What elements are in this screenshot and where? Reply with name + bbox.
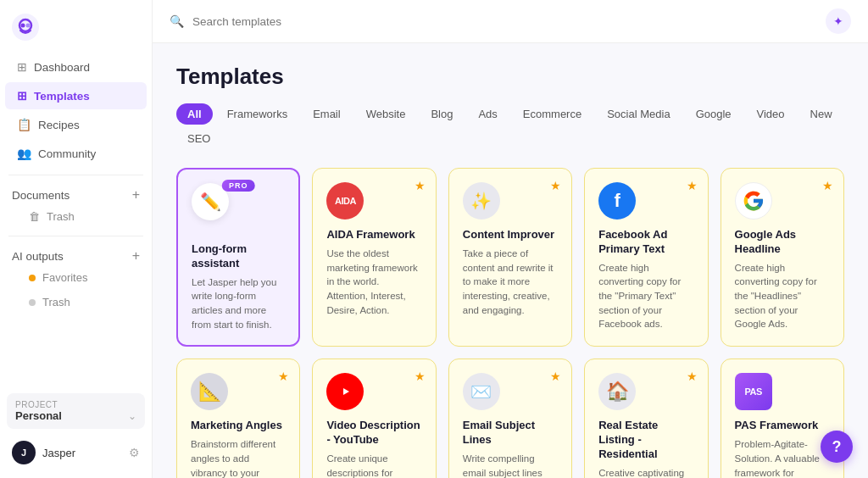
template-name: Marketing Angles xyxy=(191,419,286,433)
template-card-youtube[interactable]: ★ Video Description - YouTube Create uni… xyxy=(312,358,436,478)
template-name: Content Improver xyxy=(463,228,558,242)
template-card-facebook[interactable]: ★ f Facebook Ad Primary Text Create high… xyxy=(584,168,708,347)
community-icon: 👥 xyxy=(17,147,31,160)
template-card-content-improver[interactable]: ★ ✨ Content Improver Take a piece of con… xyxy=(448,168,572,347)
template-name: AIDA Framework xyxy=(326,228,421,242)
tab-frameworks[interactable]: Frameworks xyxy=(216,103,299,125)
template-icon xyxy=(735,182,772,220)
documents-section-header: Documents + xyxy=(0,182,152,204)
template-name: Real Estate Listing - Residential xyxy=(598,419,693,462)
template-desc: Let Jasper help you write long-form arti… xyxy=(192,275,285,332)
project-name: Personal xyxy=(15,409,62,422)
tab-all[interactable]: All xyxy=(176,103,213,125)
favorites-trash-dot xyxy=(29,299,36,306)
tab-video[interactable]: Video xyxy=(746,103,796,125)
star-icon: ★ xyxy=(550,179,561,192)
help-button[interactable]: ? xyxy=(821,431,853,463)
star-icon: ★ xyxy=(278,370,289,383)
sidebar-item-community[interactable]: 👥 Community xyxy=(5,140,147,167)
template-desc: Use the oldest marketing framework in th… xyxy=(326,247,421,317)
sidebar-item-trash[interactable]: 🗑 Trash xyxy=(5,205,147,228)
template-name: PAS Framework xyxy=(735,419,830,433)
star-icon: ★ xyxy=(687,370,698,383)
user-name: Jasper xyxy=(42,447,129,459)
sidebar: ⊞ Dashboard ⊞ Templates 📋 Recipes 👥 Comm… xyxy=(0,0,153,478)
template-name: Email Subject Lines xyxy=(463,419,558,447)
template-icon: 📐 xyxy=(191,373,228,410)
star-icon: ★ xyxy=(822,179,833,192)
template-desc: Creative captivating real estate listing… xyxy=(598,466,693,478)
trash-icon: 🗑 xyxy=(29,210,40,223)
star-icon: ★ xyxy=(415,179,426,192)
project-section-label: PROJECT xyxy=(15,400,136,409)
ai-outputs-add-button[interactable]: + xyxy=(132,248,140,264)
ai-outputs-label: AI outputs xyxy=(12,250,64,263)
template-icon: AIDA xyxy=(326,182,364,220)
template-card-email[interactable]: ★ ✉️ Email Subject Lines Write compellin… xyxy=(448,358,572,478)
template-card-marketing[interactable]: ★ 📐 Marketing Angles Brainstorm differen… xyxy=(176,358,300,478)
topbar: 🔍 ✦ xyxy=(153,0,868,43)
template-icon: ✨ xyxy=(463,182,500,220)
dashboard-icon: ⊞ xyxy=(17,60,27,74)
template-desc: Write compelling email subject lines tha… xyxy=(463,452,558,478)
page-title: Templates xyxy=(176,64,844,90)
template-icon: ✉️ xyxy=(463,373,500,410)
template-grid-row1: ✏️ PRO Long-form assistant Let Jasper he… xyxy=(176,168,844,347)
logo-area xyxy=(0,8,152,53)
tab-website[interactable]: Website xyxy=(355,103,417,125)
templates-icon: ⊞ xyxy=(17,89,27,103)
template-card-realestate[interactable]: ★ 🏠 Real Estate Listing - Residential Cr… xyxy=(584,358,708,478)
sidebar-item-favorites-trash[interactable]: Trash xyxy=(5,291,147,314)
search-icon: 🔍 xyxy=(170,14,184,28)
template-name: Google Ads Headline xyxy=(735,228,830,257)
documents-add-button[interactable]: + xyxy=(132,187,140,203)
sparkle-button[interactable]: ✦ xyxy=(826,8,851,34)
template-desc: Brainstorm different angles to add vibra… xyxy=(191,437,286,478)
template-icon: f xyxy=(598,182,636,220)
tab-ecommerce[interactable]: Ecommerce xyxy=(512,103,593,125)
star-icon: ★ xyxy=(550,370,561,383)
sidebar-item-recipes[interactable]: 📋 Recipes xyxy=(5,111,147,138)
svg-point-3 xyxy=(26,24,31,28)
tab-ads[interactable]: Ads xyxy=(467,103,508,125)
sidebar-item-dashboard[interactable]: ⊞ Dashboard xyxy=(5,53,147,81)
template-card-pas[interactable]: PAS PAS Framework Problem-Agitate-Soluti… xyxy=(721,358,844,478)
settings-icon[interactable]: ⚙ xyxy=(129,446,140,459)
template-card-google-ads[interactable]: ★ Google Ads Headline Create high conver… xyxy=(721,168,844,347)
template-name: Long-form assistant xyxy=(192,242,285,271)
favorites-dot xyxy=(29,275,36,281)
template-card-long-form[interactable]: ✏️ PRO Long-form assistant Let Jasper he… xyxy=(176,168,300,347)
template-card-aida[interactable]: ★ AIDA AIDA Framework Use the oldest mar… xyxy=(312,168,436,347)
template-desc: Problem-Agitate-Solution. A valuable fra… xyxy=(735,437,830,478)
tab-social-media[interactable]: Social Media xyxy=(596,103,681,125)
template-desc: Create high converting copy for the "Hea… xyxy=(735,261,830,331)
template-icon xyxy=(326,373,364,410)
svg-point-2 xyxy=(21,24,25,28)
recipes-icon: 📋 xyxy=(17,118,31,131)
pro-badge: PRO xyxy=(222,180,255,192)
template-name: Video Description - YouTube xyxy=(326,419,421,447)
content-area: Templates All Frameworks Email Website B… xyxy=(153,43,868,478)
avatar: J xyxy=(12,441,36,464)
template-desc: Create high converting copy for the "Pri… xyxy=(598,261,693,331)
documents-label: Documents xyxy=(12,189,70,202)
search-input[interactable] xyxy=(192,15,817,28)
svg-point-0 xyxy=(12,14,39,41)
template-name: Facebook Ad Primary Text xyxy=(598,228,693,257)
tab-new[interactable]: New xyxy=(799,103,843,125)
tab-google[interactable]: Google xyxy=(685,103,743,125)
jasper-logo-icon xyxy=(12,14,39,41)
project-box[interactable]: PROJECT Personal ⌄ xyxy=(7,393,145,429)
star-icon: ★ xyxy=(687,179,698,192)
tab-bar: All Frameworks Email Website Blog Ads Ec… xyxy=(176,103,844,149)
sidebar-item-templates[interactable]: ⊞ Templates xyxy=(5,82,147,109)
template-desc: Create unique descriptions for Youtube v… xyxy=(326,452,421,478)
template-icon: PAS xyxy=(735,373,772,410)
tab-email[interactable]: Email xyxy=(302,103,352,125)
main-panel: 🔍 ✦ Templates All Frameworks Email Websi… xyxy=(153,0,868,478)
template-desc: Take a piece of content and rewrite it t… xyxy=(463,247,558,317)
tab-blog[interactable]: Blog xyxy=(420,103,464,125)
ai-outputs-section-header: AI outputs + xyxy=(0,243,152,265)
sidebar-item-favorites[interactable]: Favorites xyxy=(5,266,147,289)
tab-seo[interactable]: SEO xyxy=(176,128,221,149)
